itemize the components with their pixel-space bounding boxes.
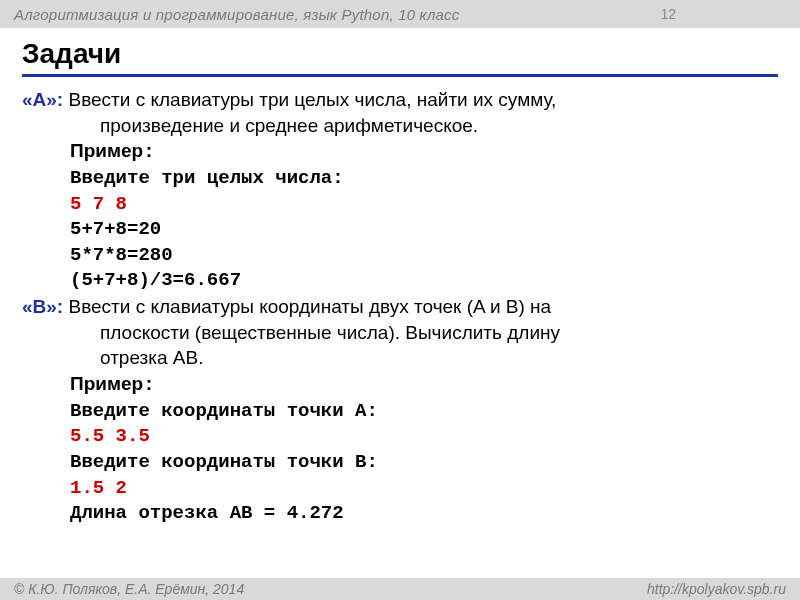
task-b-prompt-b: Введите координаты точки B: bbox=[22, 450, 778, 476]
task-a-input: 5 7 8 bbox=[22, 192, 778, 218]
task-b-prompt-a: Введите координаты точки A: bbox=[22, 399, 778, 425]
header-bar: Алгоритмизация и программирование, язык … bbox=[0, 0, 800, 28]
slide-content: Задачи «A»: Ввести с клавиатуры три целы… bbox=[0, 28, 800, 527]
task-a: «A»: Ввести с клавиатуры три целых числа… bbox=[22, 87, 778, 294]
task-a-out1: 5+7+8=20 bbox=[22, 217, 778, 243]
task-a-text1: Ввести с клавиатуры три целых числа, най… bbox=[63, 89, 556, 110]
task-b-input-b: 1.5 2 bbox=[22, 476, 778, 502]
task-b: «B»: Ввести с клавиатуры координаты двух… bbox=[22, 294, 778, 527]
task-a-text2: произведение и среднее арифметическое. bbox=[22, 113, 778, 139]
task-a-out3: (5+7+8)/3=6.667 bbox=[22, 268, 778, 294]
course-title: Алгоритмизация и программирование, язык … bbox=[14, 6, 460, 23]
copyright: © К.Ю. Поляков, Е.А. Ерёмин, 2014 bbox=[14, 581, 244, 597]
task-b-text1: Ввести с клавиатуры координаты двух точе… bbox=[63, 296, 551, 317]
task-a-prompt: Введите три целых числа: bbox=[22, 166, 778, 192]
footer-url: http://kpolyakov.spb.ru bbox=[647, 581, 786, 597]
footer-bar: © К.Ю. Поляков, Е.А. Ерёмин, 2014 http:/… bbox=[0, 578, 800, 600]
task-b-label: «B»: bbox=[22, 296, 63, 317]
task-a-label: «A»: bbox=[22, 89, 63, 110]
task-b-text2: плоскости (вещественные числа). Вычислит… bbox=[22, 320, 778, 346]
task-b-example-label: Пример bbox=[70, 373, 143, 394]
task-a-out2: 5*7*8=280 bbox=[22, 243, 778, 269]
task-b-result: Длина отрезка AB = 4.272 bbox=[22, 501, 778, 527]
task-b-text3: отрезка AB. bbox=[22, 345, 778, 371]
page-number: 12 bbox=[660, 6, 676, 22]
task-a-colon: : bbox=[143, 141, 154, 163]
task-b-colon: : bbox=[143, 374, 154, 396]
task-b-input-a: 5.5 3.5 bbox=[22, 424, 778, 450]
slide-title: Задачи bbox=[22, 38, 778, 77]
task-a-example-label: Пример bbox=[70, 140, 143, 161]
